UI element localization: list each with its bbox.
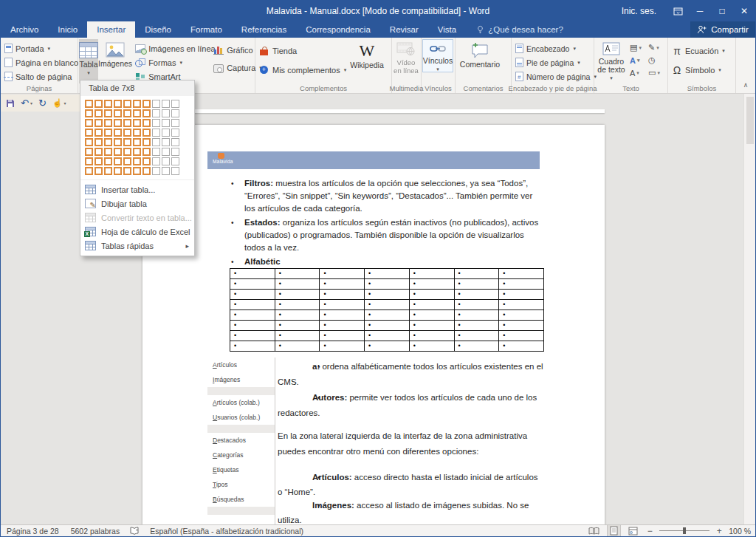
grid-cell[interactable] xyxy=(94,167,103,175)
grid-cell[interactable] xyxy=(94,109,103,117)
text-tool-icon[interactable]: A xyxy=(630,66,648,79)
grid-cell[interactable] xyxy=(85,167,93,175)
ribbon-tab[interactable]: Insertar xyxy=(87,21,135,38)
ribbon-button[interactable]: Formas xyxy=(132,55,210,69)
grid-cell[interactable] xyxy=(104,167,112,175)
grid-cell[interactable] xyxy=(171,100,179,108)
share-button[interactable]: Compartir xyxy=(690,21,755,38)
text-tool-icon[interactable]: ▤ xyxy=(630,41,648,54)
undo-button[interactable]: ↶ xyxy=(21,98,32,109)
grid-cell[interactable] xyxy=(142,138,151,146)
grid-cell[interactable] xyxy=(104,129,112,137)
language-indicator[interactable]: Español (España - alfabetización tradici… xyxy=(144,527,309,536)
grid-cell[interactable] xyxy=(123,148,131,156)
grid-cell[interactable] xyxy=(152,138,160,146)
grid-cell[interactable] xyxy=(104,148,112,156)
ribbon-display-options-button[interactable] xyxy=(667,1,689,21)
save-button[interactable] xyxy=(6,99,15,108)
close-button[interactable]: ✕ xyxy=(733,1,755,21)
grid-cell[interactable] xyxy=(162,148,170,156)
ribbon-button[interactable]: Encabezado xyxy=(512,41,593,55)
grid-cell[interactable] xyxy=(133,100,141,108)
grid-cell[interactable] xyxy=(142,109,151,117)
ribbon-button[interactable]: Número de página xyxy=(512,69,593,83)
table-button[interactable]: Tabla xyxy=(79,39,98,83)
ribbon-button[interactable]: Pie de página xyxy=(512,55,593,69)
grid-cell[interactable] xyxy=(171,157,179,165)
grid-cell[interactable] xyxy=(85,119,93,127)
menu-item[interactable]: Dibujar tabla xyxy=(80,196,194,211)
grid-cell[interactable] xyxy=(152,109,160,117)
grid-cell[interactable] xyxy=(171,119,179,127)
grid-cell[interactable] xyxy=(162,100,170,108)
document-page[interactable]: Malavida •Filtros: muestra los artículos… xyxy=(142,125,605,524)
ribbon-button[interactable]: Salto de página xyxy=(1,69,77,83)
proofing-status-button[interactable] xyxy=(126,527,144,535)
comment-button[interactable]: Comentario xyxy=(456,39,504,69)
grid-cell[interactable] xyxy=(133,109,141,117)
grid-cell[interactable] xyxy=(85,100,93,108)
grid-cell[interactable] xyxy=(162,157,170,165)
read-mode-button[interactable] xyxy=(586,525,602,536)
wikipedia-button[interactable]: W Wikipedia xyxy=(346,39,388,83)
grid-cell[interactable] xyxy=(152,129,160,137)
grid-cell[interactable] xyxy=(85,157,93,165)
ribbon-button[interactable]: Imágenes en línea xyxy=(132,41,210,55)
grid-cell[interactable] xyxy=(133,119,141,127)
grid-cell[interactable] xyxy=(114,167,122,175)
text-tool-icon[interactable]: A xyxy=(630,54,648,66)
print-layout-button[interactable] xyxy=(608,525,620,536)
grid-cell[interactable] xyxy=(114,157,122,165)
web-layout-button[interactable] xyxy=(626,525,640,536)
ribbon-tab[interactable]: Correspondencia xyxy=(296,21,380,38)
grid-cell[interactable] xyxy=(114,148,122,156)
redo-button[interactable]: ↻ xyxy=(38,98,47,109)
ribbon-button[interactable]: π Ecuación xyxy=(669,41,735,61)
grid-cell[interactable] xyxy=(123,100,131,108)
grid-cell[interactable] xyxy=(94,157,103,165)
tell-me-box[interactable]: ¿Qué desea hacer? xyxy=(476,21,563,38)
grid-cell[interactable] xyxy=(133,138,141,146)
grid-cell[interactable] xyxy=(123,129,131,137)
grid-cell[interactable] xyxy=(104,100,112,108)
maximize-button[interactable]: □ xyxy=(711,1,733,21)
grid-cell[interactable] xyxy=(85,138,93,146)
grid-cell[interactable] xyxy=(152,167,160,175)
page-indicator[interactable]: Página 3 de 28 xyxy=(1,527,65,536)
grid-cell[interactable] xyxy=(85,129,93,137)
grid-cell[interactable] xyxy=(114,119,122,127)
ribbon-tab[interactable]: Archivo xyxy=(1,21,48,38)
text-tool-icon[interactable]: ▭ xyxy=(648,66,667,79)
ribbon-button[interactable]: Portada xyxy=(1,41,77,55)
grid-cell[interactable] xyxy=(152,119,160,127)
grid-cell[interactable] xyxy=(133,157,141,165)
grid-cell[interactable] xyxy=(162,119,170,127)
grid-cell[interactable] xyxy=(123,167,131,175)
links-button[interactable]: Vínculos xyxy=(422,39,453,72)
minimize-button[interactable]: ─ xyxy=(689,1,711,21)
grid-cell[interactable] xyxy=(162,138,170,146)
menu-item[interactable]: Insertar tabla... xyxy=(80,182,194,196)
grid-cell[interactable] xyxy=(142,157,151,165)
grid-cell[interactable] xyxy=(94,129,103,137)
zoom-percentage[interactable]: 100 % xyxy=(729,527,751,536)
grid-cell[interactable] xyxy=(104,157,112,165)
grid-cell[interactable] xyxy=(94,138,103,146)
grid-cell[interactable] xyxy=(162,129,170,137)
grid-cell[interactable] xyxy=(171,138,179,146)
sign-in-link[interactable]: Inic. ses. xyxy=(622,6,656,16)
grid-cell[interactable] xyxy=(104,119,112,127)
grid-cell[interactable] xyxy=(152,100,160,108)
text-box-button[interactable]: Cuadro de texto xyxy=(595,39,628,83)
grid-cell[interactable] xyxy=(114,138,122,146)
word-count[interactable]: 5602 palabras xyxy=(65,527,126,536)
grid-cell[interactable] xyxy=(142,148,151,156)
ribbon-tab[interactable]: Revisar xyxy=(380,21,428,38)
grid-cell[interactable] xyxy=(133,129,141,137)
touch-mode-button[interactable]: ☝ xyxy=(52,98,66,108)
grid-cell[interactable] xyxy=(85,109,93,117)
ribbon-tab[interactable]: Vista xyxy=(428,21,466,38)
grid-cell[interactable] xyxy=(123,138,131,146)
menu-item[interactable]: Tablas rápidas xyxy=(80,239,194,253)
grid-cell[interactable] xyxy=(123,119,131,127)
